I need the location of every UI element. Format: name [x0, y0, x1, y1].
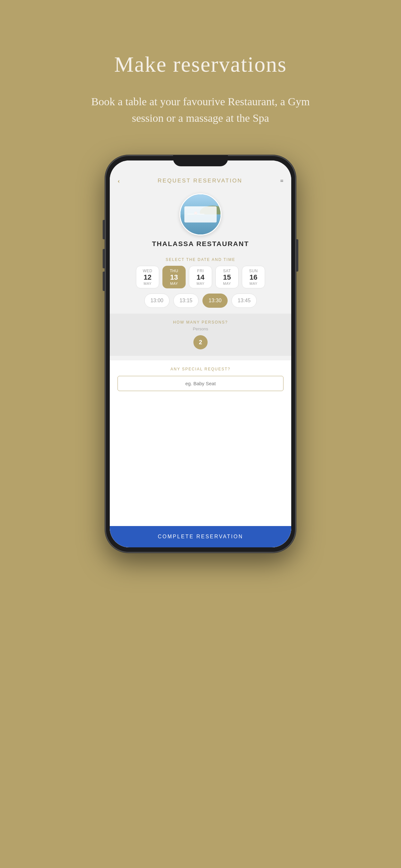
time-1330[interactable]: 13:30 [203, 293, 227, 308]
special-request-section: ANY SPECIAL REQUEST? [110, 361, 291, 547]
date-fri[interactable]: FRI 14 MAY [189, 266, 212, 288]
special-request-input[interactable] [118, 376, 283, 391]
dates-row: WED 12 MAY THU 13 MAY FRI 14 MAY SAT 15 … [110, 266, 291, 293]
complete-reservation-button[interactable]: COMPLETE RESERVATION [110, 526, 291, 547]
date-num-sat: 15 [223, 273, 231, 282]
date-sat[interactable]: SAT 15 MAY [215, 266, 239, 288]
restaurant-image [180, 193, 221, 236]
date-sun[interactable]: SUN 16 MAY [242, 266, 265, 288]
date-day-thu: THU [170, 269, 178, 273]
special-request-label: ANY SPECIAL REQUEST? [118, 367, 283, 371]
date-thu[interactable]: THU 13 MAY [162, 266, 186, 288]
date-day-wed: WED [143, 269, 152, 273]
date-month-sat: MAY [223, 282, 231, 285]
date-month-thu: MAY [170, 282, 178, 285]
persons-count[interactable]: 2 [193, 335, 208, 349]
svg-point-3 [200, 206, 221, 219]
svg-rect-5 [190, 223, 192, 230]
date-num-sun: 16 [250, 273, 257, 282]
svg-rect-2 [181, 194, 221, 217]
date-num-fri: 14 [197, 273, 204, 282]
svg-point-7 [194, 212, 197, 215]
persons-section: HOW MANY PERSONS? Persons 2 [110, 314, 291, 356]
svg-rect-1 [181, 215, 221, 236]
page-title: Make reservations [114, 52, 287, 77]
time-1300[interactable]: 13:00 [144, 293, 169, 308]
date-section-label: SELECT THE DATE AND TIME [110, 252, 291, 266]
page-subtitle: Book a table at your favourive Restauran… [88, 93, 313, 126]
screen-title: REQUEST RESERVATION [120, 178, 280, 184]
persons-sub-label: Persons [118, 327, 283, 331]
phone-notch [173, 155, 228, 166]
date-month-fri: MAY [197, 282, 205, 285]
date-day-fri: FRI [197, 269, 204, 273]
date-day-sun: SUN [249, 269, 258, 273]
persons-label: HOW MANY PERSONS? [118, 320, 283, 324]
time-1315[interactable]: 13:15 [174, 293, 198, 308]
date-num-thu: 13 [170, 273, 178, 282]
phone-mockup: ‹ REQUEST RESERVATION ≡ [105, 155, 296, 553]
time-1345[interactable]: 13:45 [232, 293, 257, 308]
date-month-wed: MAY [144, 282, 152, 285]
date-month-sun: MAY [250, 282, 258, 285]
times-row: 13:00 13:15 13:30 13:45 [110, 293, 291, 308]
date-day-sat: SAT [223, 269, 231, 273]
restaurant-name: THALASSA RESTAURANT [110, 240, 291, 252]
date-wed[interactable]: WED 12 MAY [136, 266, 159, 288]
menu-button[interactable]: ≡ [280, 178, 283, 184]
svg-rect-4 [187, 214, 205, 225]
back-button[interactable]: ‹ [118, 177, 120, 185]
restaurant-image-container [110, 190, 291, 240]
phone-screen: ‹ REQUEST RESERVATION ≡ [110, 160, 291, 547]
date-num-wed: 12 [144, 273, 151, 282]
svg-point-8 [195, 213, 196, 214]
svg-rect-6 [198, 223, 200, 230]
